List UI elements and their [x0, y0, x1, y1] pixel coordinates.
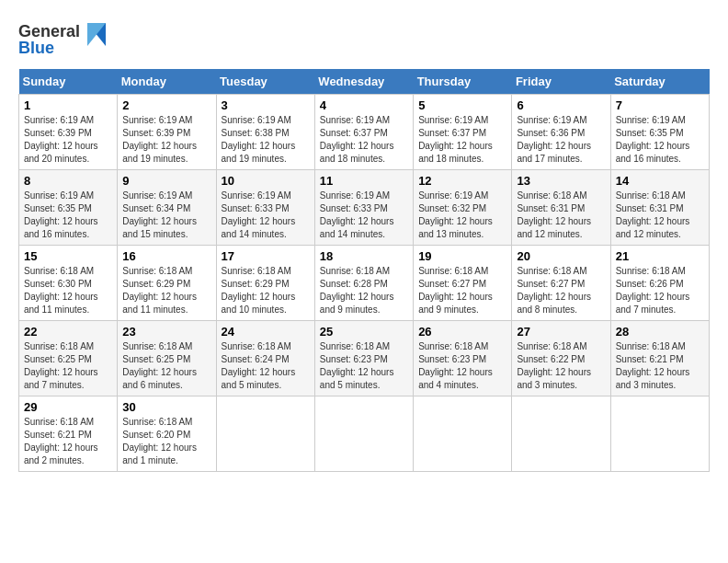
weekday-header: Tuesday [216, 69, 314, 95]
day-number: 5 [418, 98, 506, 112]
day-number: 2 [122, 98, 210, 112]
day-number: 25 [320, 325, 408, 339]
logo: General Blue [18, 18, 110, 60]
day-number: 12 [418, 174, 506, 188]
calendar-day-cell: 24Sunrise: 6:18 AM Sunset: 6:24 PM Dayli… [216, 321, 314, 396]
calendar-day-cell: 30Sunrise: 6:18 AM Sunset: 6:20 PM Dayli… [118, 396, 216, 472]
day-info: Sunrise: 6:19 AM Sunset: 6:33 PM Dayligh… [222, 190, 310, 241]
weekday-header: Thursday [414, 69, 512, 95]
day-number: 18 [320, 249, 408, 263]
calendar: SundayMondayTuesdayWednesdayThursdayFrid… [18, 69, 710, 472]
day-number: 27 [517, 325, 605, 339]
day-info: Sunrise: 6:18 AM Sunset: 6:27 PM Dayligh… [418, 265, 506, 316]
day-info: Sunrise: 6:18 AM Sunset: 6:21 PM Dayligh… [616, 340, 704, 392]
day-info: Sunrise: 6:19 AM Sunset: 6:32 PM Dayligh… [418, 190, 506, 241]
day-info: Sunrise: 6:19 AM Sunset: 6:35 PM Dayligh… [24, 190, 112, 241]
calendar-day-cell: 6Sunrise: 6:19 AM Sunset: 6:36 PM Daylig… [512, 95, 610, 170]
calendar-day-cell: 21Sunrise: 6:18 AM Sunset: 6:26 PM Dayli… [610, 246, 709, 321]
day-number: 8 [24, 174, 112, 188]
svg-text:General: General [18, 22, 80, 40]
calendar-day-cell: 26Sunrise: 6:18 AM Sunset: 6:23 PM Dayli… [414, 321, 512, 396]
day-number: 13 [517, 174, 605, 188]
day-number: 17 [222, 249, 310, 263]
calendar-day-cell: 29Sunrise: 6:18 AM Sunset: 6:21 PM Dayli… [19, 396, 118, 472]
day-info: Sunrise: 6:18 AM Sunset: 6:25 PM Dayligh… [24, 340, 112, 392]
day-number: 10 [222, 174, 310, 188]
day-number: 3 [222, 98, 310, 112]
empty-cell [512, 396, 610, 472]
day-info: Sunrise: 6:18 AM Sunset: 6:31 PM Dayligh… [616, 190, 704, 241]
header: General Blue [18, 18, 710, 60]
day-info: Sunrise: 6:18 AM Sunset: 6:27 PM Dayligh… [517, 265, 605, 316]
weekday-header: Saturday [610, 69, 709, 95]
day-info: Sunrise: 6:18 AM Sunset: 6:22 PM Dayligh… [517, 340, 605, 392]
day-info: Sunrise: 6:19 AM Sunset: 6:38 PM Dayligh… [222, 114, 310, 166]
day-number: 20 [517, 249, 605, 263]
empty-cell [610, 396, 709, 472]
day-number: 7 [616, 98, 704, 112]
day-info: Sunrise: 6:19 AM Sunset: 6:34 PM Dayligh… [122, 190, 210, 241]
day-number: 15 [24, 249, 112, 263]
calendar-week-row: 15Sunrise: 6:18 AM Sunset: 6:30 PM Dayli… [19, 246, 710, 321]
day-info: Sunrise: 6:19 AM Sunset: 6:35 PM Dayligh… [616, 114, 704, 166]
day-number: 6 [517, 98, 605, 112]
day-info: Sunrise: 6:18 AM Sunset: 6:21 PM Dayligh… [24, 416, 112, 467]
logo-icon: General Blue [18, 18, 110, 60]
calendar-day-cell: 15Sunrise: 6:18 AM Sunset: 6:30 PM Dayli… [19, 246, 118, 321]
day-number: 22 [24, 325, 112, 339]
day-number: 23 [122, 325, 210, 339]
calendar-day-cell: 25Sunrise: 6:18 AM Sunset: 6:23 PM Dayli… [314, 321, 413, 396]
day-info: Sunrise: 6:18 AM Sunset: 6:23 PM Dayligh… [418, 340, 506, 392]
calendar-day-cell: 2Sunrise: 6:19 AM Sunset: 6:39 PM Daylig… [118, 95, 216, 170]
calendar-day-cell: 22Sunrise: 6:18 AM Sunset: 6:25 PM Dayli… [19, 321, 118, 396]
day-info: Sunrise: 6:18 AM Sunset: 6:24 PM Dayligh… [222, 340, 310, 392]
svg-text:Blue: Blue [18, 39, 54, 57]
calendar-day-cell: 10Sunrise: 6:19 AM Sunset: 6:33 PM Dayli… [216, 170, 314, 246]
day-info: Sunrise: 6:18 AM Sunset: 6:29 PM Dayligh… [122, 265, 210, 316]
calendar-day-cell: 11Sunrise: 6:19 AM Sunset: 6:33 PM Dayli… [314, 170, 413, 246]
calendar-week-row: 29Sunrise: 6:18 AM Sunset: 6:21 PM Dayli… [19, 396, 710, 472]
empty-cell [314, 396, 413, 472]
day-info: Sunrise: 6:18 AM Sunset: 6:28 PM Dayligh… [320, 265, 408, 316]
weekday-header: Monday [118, 69, 216, 95]
calendar-day-cell: 27Sunrise: 6:18 AM Sunset: 6:22 PM Dayli… [512, 321, 610, 396]
empty-cell [216, 396, 314, 472]
day-info: Sunrise: 6:18 AM Sunset: 6:30 PM Dayligh… [24, 265, 112, 316]
calendar-day-cell: 4Sunrise: 6:19 AM Sunset: 6:37 PM Daylig… [314, 95, 413, 170]
day-info: Sunrise: 6:19 AM Sunset: 6:36 PM Dayligh… [517, 114, 605, 166]
calendar-day-cell: 9Sunrise: 6:19 AM Sunset: 6:34 PM Daylig… [118, 170, 216, 246]
calendar-day-cell: 13Sunrise: 6:18 AM Sunset: 6:31 PM Dayli… [512, 170, 610, 246]
day-info: Sunrise: 6:18 AM Sunset: 6:25 PM Dayligh… [122, 340, 210, 392]
calendar-day-cell: 1Sunrise: 6:19 AM Sunset: 6:39 PM Daylig… [19, 95, 118, 170]
weekday-header: Sunday [19, 69, 118, 95]
day-number: 16 [122, 249, 210, 263]
day-number: 14 [616, 174, 704, 188]
calendar-day-cell: 14Sunrise: 6:18 AM Sunset: 6:31 PM Dayli… [610, 170, 709, 246]
day-number: 9 [122, 174, 210, 188]
calendar-day-cell: 20Sunrise: 6:18 AM Sunset: 6:27 PM Dayli… [512, 246, 610, 321]
day-info: Sunrise: 6:18 AM Sunset: 6:31 PM Dayligh… [517, 190, 605, 241]
day-info: Sunrise: 6:19 AM Sunset: 6:39 PM Dayligh… [122, 114, 210, 166]
day-number: 4 [320, 98, 408, 112]
calendar-week-row: 8Sunrise: 6:19 AM Sunset: 6:35 PM Daylig… [19, 170, 710, 246]
calendar-day-cell: 8Sunrise: 6:19 AM Sunset: 6:35 PM Daylig… [19, 170, 118, 246]
weekday-header: Friday [512, 69, 610, 95]
day-info: Sunrise: 6:18 AM Sunset: 6:26 PM Dayligh… [616, 265, 704, 316]
day-number: 24 [222, 325, 310, 339]
day-info: Sunrise: 6:19 AM Sunset: 6:33 PM Dayligh… [320, 190, 408, 241]
calendar-week-row: 22Sunrise: 6:18 AM Sunset: 6:25 PM Dayli… [19, 321, 710, 396]
day-number: 19 [418, 249, 506, 263]
day-number: 21 [616, 249, 704, 263]
day-info: Sunrise: 6:19 AM Sunset: 6:39 PM Dayligh… [24, 114, 112, 166]
day-number: 26 [418, 325, 506, 339]
calendar-day-cell: 3Sunrise: 6:19 AM Sunset: 6:38 PM Daylig… [216, 95, 314, 170]
calendar-day-cell: 18Sunrise: 6:18 AM Sunset: 6:28 PM Dayli… [314, 246, 413, 321]
day-info: Sunrise: 6:18 AM Sunset: 6:20 PM Dayligh… [122, 416, 210, 467]
day-info: Sunrise: 6:19 AM Sunset: 6:37 PM Dayligh… [320, 114, 408, 166]
day-info: Sunrise: 6:18 AM Sunset: 6:23 PM Dayligh… [320, 340, 408, 392]
calendar-header-row: SundayMondayTuesdayWednesdayThursdayFrid… [19, 69, 710, 95]
calendar-day-cell: 7Sunrise: 6:19 AM Sunset: 6:35 PM Daylig… [610, 95, 709, 170]
day-number: 11 [320, 174, 408, 188]
calendar-day-cell: 19Sunrise: 6:18 AM Sunset: 6:27 PM Dayli… [414, 246, 512, 321]
day-number: 28 [616, 325, 704, 339]
